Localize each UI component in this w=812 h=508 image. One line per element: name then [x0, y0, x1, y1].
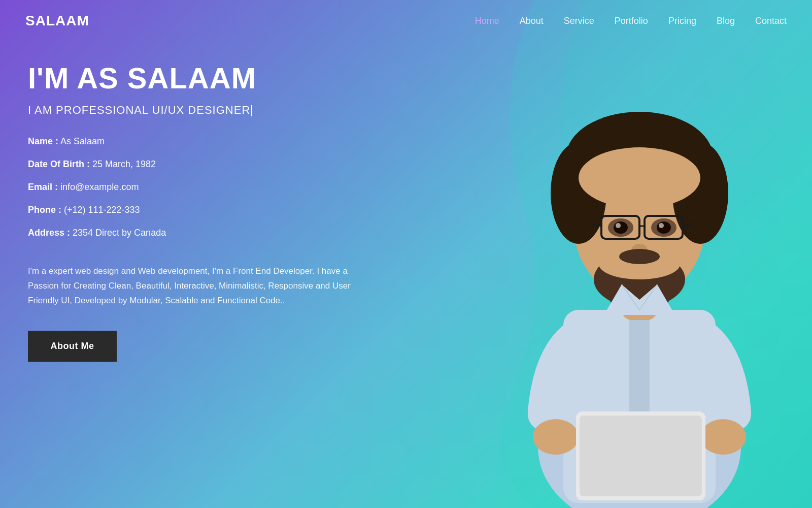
nav-link-service[interactable]: Service [564, 16, 594, 26]
dob-label: Date Of Birth : [28, 159, 90, 169]
nav-item-contact[interactable]: Contact [755, 16, 787, 26]
phone-label: Phone : [28, 205, 61, 215]
right-content [447, 25, 812, 508]
info-email: Email : info@example.com [28, 180, 381, 194]
email-label: Email : [28, 182, 58, 192]
info-address: Address : 2354 Direct by Canada [28, 226, 381, 240]
name-label: Name : [28, 136, 58, 146]
svg-point-3 [533, 419, 579, 455]
bio-text: I'm a expert web design and Web developm… [28, 264, 381, 308]
hero-section: SALAAM Home About Service Portfolio Pric… [0, 0, 812, 508]
info-name: Name : As Salaam [28, 135, 381, 148]
cursor-bar [251, 105, 252, 116]
nav-item-service[interactable]: Service [564, 16, 594, 26]
name-value: As Salaam [60, 136, 105, 146]
left-content: I'M AS SALAAM I AM PROFESSIONAL UI/UX DE… [0, 42, 406, 508]
email-value: info@example.com [60, 182, 139, 192]
svg-point-25 [616, 223, 621, 228]
nav-link-blog[interactable]: Blog [717, 16, 735, 26]
nav-item-pricing[interactable]: Pricing [668, 16, 696, 26]
hero-subtitle: I AM PROFESSIONAL UI/UX DESIGNER [28, 104, 381, 117]
hero-title: I'M AS SALAAM [28, 62, 381, 94]
nav-item-portfolio[interactable]: Portfolio [615, 16, 648, 26]
address-label: Address : [28, 228, 70, 238]
nav-item-home[interactable]: Home [475, 16, 499, 26]
about-me-button[interactable]: About Me [28, 331, 117, 362]
address-value: 2354 Direct by Canada [73, 228, 166, 238]
person-figure [492, 66, 787, 508]
brand-logo: SALAAM [25, 13, 89, 29]
nav-link-about[interactable]: About [520, 16, 544, 26]
nav-link-pricing[interactable]: Pricing [668, 16, 696, 26]
svg-point-4 [700, 419, 746, 455]
phone-value: (+12) 111-222-333 [64, 205, 140, 215]
nav-links: Home About Service Portfolio Pricing Blo… [475, 16, 787, 26]
nav-link-portfolio[interactable]: Portfolio [615, 16, 648, 26]
info-phone: Phone : (+12) 111-222-333 [28, 203, 381, 217]
main-content: I'M AS SALAAM I AM PROFESSIONAL UI/UX DE… [0, 42, 812, 508]
info-list: Name : As Salaam Date Of Birth : 25 Marc… [28, 135, 381, 249]
svg-point-23 [614, 221, 628, 234]
svg-rect-6 [580, 416, 702, 496]
nav-item-about[interactable]: About [520, 16, 544, 26]
svg-point-24 [657, 221, 671, 234]
dob-value: 25 March, 1982 [92, 159, 156, 169]
svg-point-26 [659, 223, 664, 228]
svg-point-15 [579, 147, 700, 208]
nav-item-blog[interactable]: Blog [717, 16, 735, 26]
svg-point-30 [619, 249, 660, 264]
navbar: SALAAM Home About Service Portfolio Pric… [0, 0, 812, 42]
nav-link-home[interactable]: Home [475, 16, 499, 26]
nav-link-contact[interactable]: Contact [755, 16, 787, 26]
info-dob: Date Of Birth : 25 March, 1982 [28, 157, 381, 171]
